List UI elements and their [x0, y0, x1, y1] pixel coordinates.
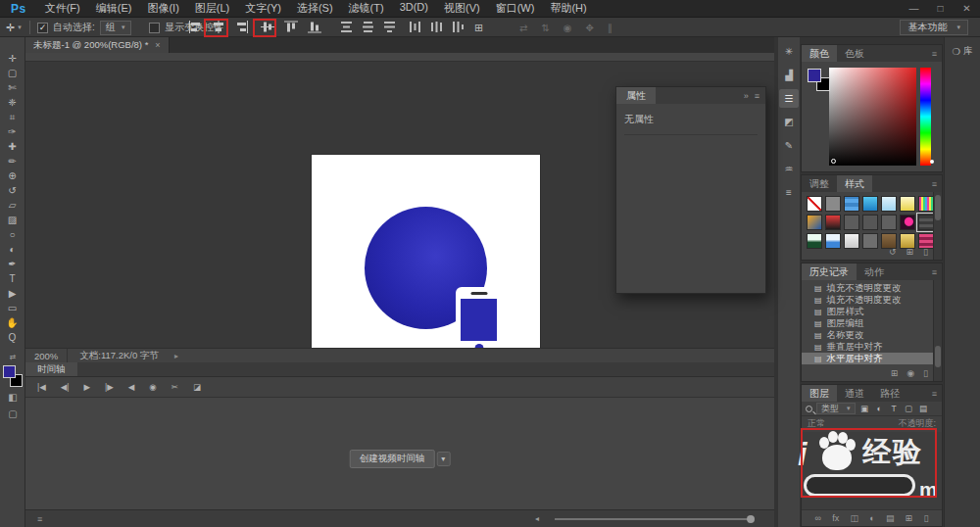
menu-item-layer[interactable]: 图层(L) — [187, 1, 237, 16]
distribute-right-button[interactable] — [447, 18, 468, 35]
layer-filter-type-dropdown[interactable]: 类型 ▾ — [816, 403, 856, 414]
tab-timeline[interactable]: 时间轴 — [25, 362, 77, 376]
align-bottom-edges-button[interactable] — [304, 18, 325, 35]
create-video-timeline-button[interactable]: 创建视频时间轴 — [350, 450, 435, 468]
crop-tool[interactable]: ⌗ — [2, 110, 24, 124]
tab-close-icon[interactable]: × — [155, 40, 160, 50]
style-swatch[interactable] — [900, 215, 915, 230]
play-button[interactable]: ▶ — [84, 382, 91, 392]
menu-item-view[interactable]: 视图(V) — [436, 1, 488, 16]
history-step[interactable]: ▤填充不透明度更改 — [802, 282, 935, 294]
slider-knob[interactable] — [747, 515, 755, 523]
panel-menu-icon[interactable]: ≡ — [755, 91, 760, 101]
adjustment-layer-icon[interactable]: ◐ — [869, 513, 874, 523]
zoom-level-field[interactable]: 200% — [25, 349, 68, 362]
hand-tool[interactable]: ✋ — [2, 315, 24, 330]
menu-item-image[interactable]: 图像(I) — [139, 1, 186, 16]
next-frame-button[interactable]: |▶ — [105, 382, 114, 392]
history-step[interactable]: ▤图层样式 — [802, 306, 935, 317]
menu-item-file[interactable]: 文件(F) — [37, 1, 88, 16]
status-options-arrow-icon[interactable]: ▸ — [171, 352, 178, 360]
history-step-selected[interactable]: ▤水平居中对齐 — [802, 353, 935, 364]
filter-smart-objects-icon[interactable]: ▤ — [918, 404, 929, 413]
align-right-edges-button[interactable] — [231, 18, 253, 35]
style-swatch[interactable] — [807, 233, 822, 249]
style-reset-button[interactable]: ↺ — [889, 247, 897, 257]
filter-shape-layers-icon[interactable]: ▢ — [904, 404, 914, 413]
type-tool[interactable]: T — [2, 271, 24, 286]
show-transform-checkbox[interactable] — [149, 23, 160, 33]
history-step[interactable]: ▤垂直居中对齐 — [802, 341, 935, 353]
panel-menu-icon[interactable]: ≡ — [932, 385, 942, 402]
tab-channels[interactable]: 通道 — [837, 385, 872, 402]
style-swatch-none[interactable] — [807, 196, 822, 212]
eraser-tool[interactable]: ▱ — [2, 198, 24, 213]
style-swatch[interactable] — [862, 196, 878, 212]
foreground-color-swatch[interactable] — [808, 69, 821, 82]
layer-style-icon[interactable]: fx — [832, 513, 839, 523]
align-left-edges-button[interactable] — [184, 18, 206, 35]
history-step[interactable]: ▤名称更改 — [802, 329, 935, 341]
distribute-left-button[interactable] — [404, 18, 425, 35]
transition-button[interactable]: ◪ — [193, 382, 201, 392]
collapsed-panel-icon-brush[interactable]: ✎ — [779, 136, 799, 155]
history-step[interactable]: ▤填充不透明度更改 — [802, 294, 935, 306]
tab-swatches[interactable]: 色板 — [837, 45, 872, 62]
healing-tool[interactable]: ✚ — [2, 139, 24, 154]
menu-item-edit[interactable]: 编辑(E) — [88, 1, 140, 16]
style-swatch[interactable] — [881, 196, 897, 212]
lasso-tool[interactable]: ✄ — [2, 80, 24, 95]
scrollbar[interactable] — [933, 192, 942, 260]
style-swatch[interactable] — [844, 233, 859, 249]
panel-menu-icon[interactable]: ≡ — [932, 175, 942, 192]
shape-tool[interactable]: ▭ — [2, 301, 24, 315]
loop-button[interactable]: ◀ — [128, 382, 135, 392]
align-top-edges-button[interactable] — [280, 18, 302, 35]
delete-layer-icon[interactable]: ▯ — [923, 513, 928, 523]
style-swatch[interactable] — [825, 196, 841, 212]
style-swatch-selected[interactable] — [918, 215, 934, 230]
collapsed-panel-icon-histogram[interactable]: ▟ — [779, 66, 799, 84]
move-tool[interactable]: ✛ — [2, 51, 24, 66]
style-swatch[interactable] — [900, 196, 915, 212]
menu-item-type[interactable]: 文字(Y) — [237, 1, 289, 16]
move-tool-icon[interactable]: ✛ — [6, 22, 15, 34]
new-document-from-state-button[interactable]: ⊞ — [891, 368, 899, 378]
distribute-top-button[interactable] — [335, 18, 357, 35]
distribute-bottom-button[interactable] — [378, 18, 400, 35]
collapsed-panel-icon-paths[interactable]: ♒ — [779, 160, 799, 178]
collapsed-panel-icon-info[interactable]: ≡ — [779, 183, 799, 202]
scrollbar-thumb[interactable] — [935, 195, 941, 220]
tab-color[interactable]: 颜色 — [802, 45, 837, 62]
marquee-tool[interactable]: ▢ — [2, 66, 24, 80]
panel-menu-icon[interactable]: ≡ — [932, 45, 942, 62]
history-brush-tool[interactable]: ↺ — [2, 183, 24, 198]
tab-paths[interactable]: 路径 — [872, 385, 907, 402]
scrollbar-thumb[interactable] — [935, 346, 941, 367]
tab-properties[interactable]: 属性 — [616, 87, 656, 104]
clone-stamp-tool[interactable]: ⊕ — [2, 168, 24, 183]
tab-adjustments[interactable]: 调整 — [802, 175, 837, 192]
maximize-button[interactable]: □ — [927, 3, 954, 14]
distribute-horizontal-centers-button[interactable] — [425, 18, 447, 35]
auto-align-layers-icon[interactable]: ⊞ — [474, 22, 483, 34]
quick-mask-button[interactable]: ◧ — [8, 392, 17, 406]
style-swatch[interactable] — [862, 215, 878, 230]
style-swatch[interactable] — [825, 233, 841, 249]
quick-select-tool[interactable]: ❈ — [2, 95, 24, 110]
style-swatch[interactable] — [844, 196, 859, 212]
pen-tool[interactable]: ✒ — [2, 257, 24, 271]
menu-item-3d[interactable]: 3D(D) — [392, 1, 436, 16]
tab-styles[interactable]: 样式 — [837, 175, 872, 192]
first-frame-button[interactable]: |◀ — [37, 382, 46, 392]
document-tab[interactable]: 未标题-1 @ 200%(RGB/8) * × — [25, 37, 170, 53]
style-swatch[interactable] — [862, 233, 878, 249]
auto-select-checkbox[interactable]: ✓ — [37, 23, 48, 33]
filter-adjustment-layers-icon[interactable]: ◐ — [874, 404, 885, 413]
saturation-brightness-picker[interactable] — [829, 68, 916, 166]
color-swatches[interactable] — [2, 365, 24, 389]
menu-item-help[interactable]: 帮助(H) — [542, 1, 594, 16]
zoom-tool[interactable]: Q — [2, 330, 24, 345]
new-layer-icon[interactable]: ⊞ — [906, 513, 913, 523]
timeline-zoom-out-icon[interactable]: ◂ — [535, 514, 539, 523]
